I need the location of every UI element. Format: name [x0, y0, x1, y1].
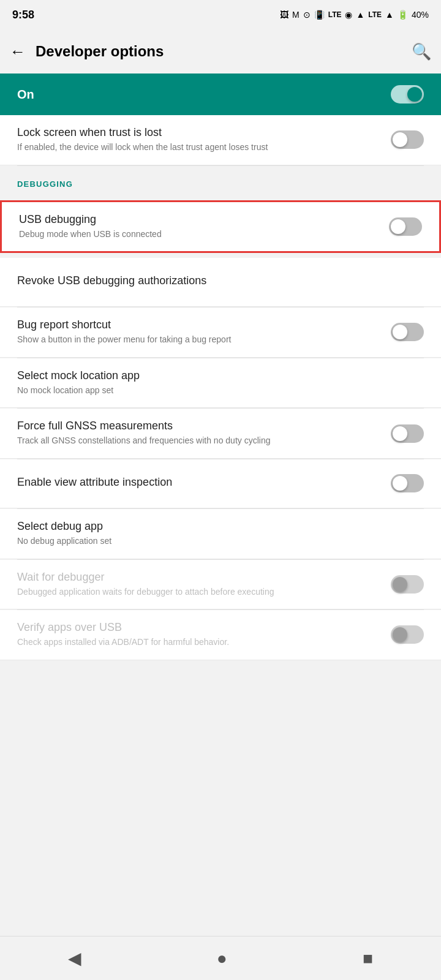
status-icons: 🖼 M ⊙ 📳 LTE ◉ ▲ LTE ▲ 🔋 40% — [280, 10, 429, 20]
debugging-label: DEBUGGING — [17, 179, 73, 189]
nav-bar: ◀ ● ■ — [0, 936, 441, 980]
usb-debugging-desc: Debug mode when USB is connected — [19, 228, 379, 241]
gmail-icon: M — [292, 10, 300, 20]
search-button[interactable]: 🔍 — [412, 42, 431, 61]
debug-app-desc: No debug application set — [17, 535, 414, 548]
mock-location-row[interactable]: Select mock location app No mock locatio… — [0, 358, 441, 409]
view-attr-title: Enable view attribute inspection — [17, 476, 381, 489]
bug-report-toggle[interactable] — [391, 323, 424, 341]
wait-debugger-desc: Debugged application waits for debugger … — [17, 586, 381, 598]
lte2-icon: LTE — [368, 10, 382, 19]
lock-screen-title: Lock screen when trust is lost — [17, 126, 381, 139]
battery-pct: 40% — [412, 10, 429, 20]
view-attr-row[interactable]: Enable view attribute inspection — [0, 459, 441, 508]
debug-app-row[interactable]: Select debug app No debug application se… — [0, 509, 441, 559]
home-nav-button[interactable]: ● — [217, 949, 227, 968]
verify-usb-title: Verify apps over USB — [17, 621, 381, 634]
back-nav-button[interactable]: ◀ — [68, 948, 81, 968]
view-attr-toggle[interactable] — [391, 474, 424, 492]
signal2-icon: ▲ — [385, 10, 394, 20]
verify-usb-desc: Check apps installed via ADB/ADT for har… — [17, 636, 381, 649]
verify-usb-row: Verify apps over USB Check apps installe… — [0, 610, 441, 660]
battery-icon: 🔋 — [398, 10, 408, 20]
debug-app-title: Select debug app — [17, 520, 414, 533]
wait-debugger-toggle — [391, 575, 424, 594]
developer-options-toggle-banner: On — [0, 74, 441, 115]
gallery-icon: 🖼 — [280, 10, 288, 20]
vibrate-icon: 📳 — [314, 10, 325, 20]
developer-options-toggle[interactable] — [391, 85, 424, 104]
mock-location-desc: No mock location app set — [17, 385, 414, 397]
debugging-section-header: DEBUGGING — [0, 166, 441, 195]
mock-location-title: Select mock location app — [17, 369, 414, 382]
gnss-desc: Track all GNSS constellations and freque… — [17, 435, 381, 447]
usb-debugging-row[interactable]: USB debugging Debug mode when USB is con… — [0, 200, 441, 254]
recents-nav-button[interactable]: ■ — [363, 949, 373, 968]
back-button[interactable]: ← — [10, 42, 26, 61]
lte-icon: LTE — [328, 10, 342, 19]
app-bar: ← Developer options 🔍 — [0, 29, 441, 74]
gnss-row[interactable]: Force full GNSS measurements Track all G… — [0, 409, 441, 459]
lock-screen-row[interactable]: Lock screen when trust is lost If enable… — [0, 115, 441, 165]
wait-debugger-title: Wait for debugger — [17, 571, 381, 584]
signal-icon: ▲ — [356, 10, 364, 20]
status-bar: 9:58 🖼 M ⊙ 📳 LTE ◉ ▲ LTE ▲ 🔋 40% — [0, 0, 441, 29]
gnss-toggle[interactable] — [391, 424, 424, 443]
bug-report-title: Bug report shortcut — [17, 318, 381, 331]
on-label: On — [17, 88, 34, 102]
lock-screen-toggle[interactable] — [391, 130, 424, 149]
revoke-usb-row[interactable]: Revoke USB debugging authorizations — [0, 258, 441, 307]
settings-content: Lock screen when trust is lost If enable… — [0, 115, 441, 660]
page-title: Developer options — [36, 43, 402, 60]
lock-screen-desc: If enabled, the device will lock when th… — [17, 141, 381, 154]
bug-report-desc: Show a button in the power menu for taki… — [17, 334, 381, 346]
revoke-usb-title: Revoke USB debugging authorizations — [17, 274, 414, 287]
camera-icon: ⊙ — [303, 10, 311, 20]
wifi-icon: ◉ — [345, 10, 352, 20]
status-time: 9:58 — [12, 9, 34, 21]
gnss-title: Force full GNSS measurements — [17, 420, 381, 432]
usb-debugging-toggle[interactable] — [389, 217, 422, 236]
verify-usb-toggle — [391, 625, 424, 644]
usb-debugging-title: USB debugging — [19, 213, 379, 226]
wait-debugger-row: Wait for debugger Debugged application w… — [0, 560, 441, 610]
bug-report-row[interactable]: Bug report shortcut Show a button in the… — [0, 307, 441, 358]
